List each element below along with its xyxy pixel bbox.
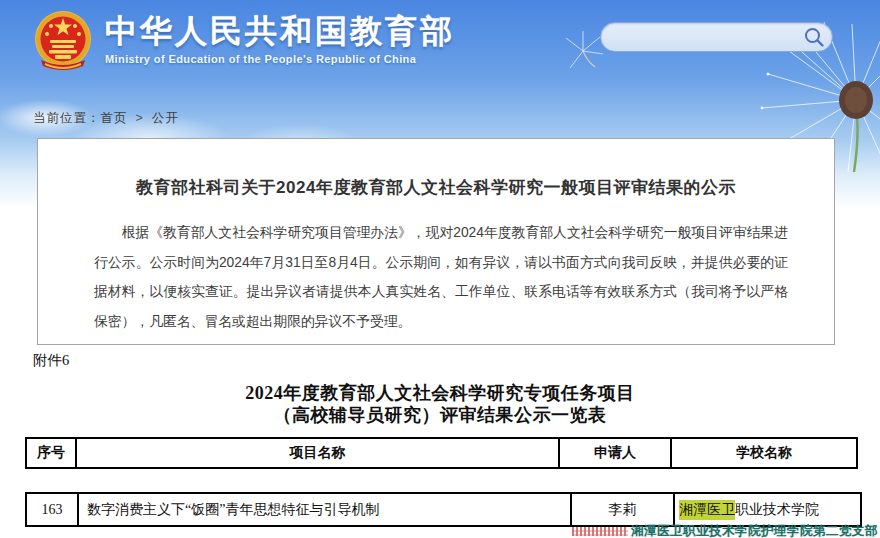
breadcrumb: 当前位置：首页>公开	[33, 110, 179, 127]
watermark-text: 湘潭医卫职业技术学院护理学院第二党支部	[631, 523, 878, 538]
row-school: 湘潭医卫职业技术学院	[673, 494, 860, 525]
row-project: 数字消费主义下“饭圈”青年思想特征与引导机制	[77, 494, 570, 525]
page: 中华人民共和国教育部 Ministry of Education of the …	[0, 0, 880, 538]
attachment-label: 附件6	[33, 351, 69, 370]
search-box[interactable]	[600, 22, 833, 52]
notice-body: 根据《教育部人文社会科学研究项目管理办法》，现对2024年度教育部人文社会科学研…	[94, 218, 788, 336]
site-titles: 中华人民共和国教育部 Ministry of Education of the …	[105, 8, 455, 65]
breadcrumb-label: 当前位置：	[33, 111, 101, 125]
national-emblem-icon	[33, 8, 93, 76]
notice-panel: 教育部社科司关于2024年度教育部人文社会科学研究一般项目评审结果的公示 根据《…	[37, 138, 835, 345]
attachment-title-line2: （高校辅导员研究）评审结果公示一览表	[0, 404, 880, 426]
site-subtitle: Ministry of Education of the People's Re…	[105, 53, 455, 65]
notice-title: 教育部社科司关于2024年度教育部人文社会科学研究一般项目评审结果的公示	[38, 176, 834, 199]
attachment-title: 2024年度教育部人文社会科学研究专项任务项目 （高校辅导员研究）评审结果公示一…	[0, 382, 880, 426]
breadcrumb-home[interactable]: 首页	[101, 111, 128, 125]
breadcrumb-separator: >	[136, 111, 144, 125]
col-header-applicant: 申请人	[558, 439, 670, 467]
search-icon[interactable]	[803, 26, 825, 48]
row-school-rest: 职业技术学院	[735, 501, 819, 519]
col-header-school: 学校名称	[670, 439, 856, 467]
search-input[interactable]	[601, 23, 803, 51]
col-header-no: 序号	[27, 439, 75, 467]
site-title: 中华人民共和国教育部	[105, 12, 455, 50]
col-header-project: 项目名称	[75, 439, 558, 467]
attachment-title-line1: 2024年度教育部人文社会科学研究专项任务项目	[0, 382, 880, 404]
row-school-highlighted: 湘潭医卫	[679, 500, 735, 520]
breadcrumb-gongkai[interactable]: 公开	[152, 111, 179, 125]
row-applicant: 李莉	[570, 494, 673, 525]
row-no: 163	[27, 494, 77, 525]
result-table-header: 序号 项目名称 申请人 学校名称	[25, 437, 858, 469]
watermark: 湘潭医卫职业技术学院护理学院第二党支部	[572, 524, 878, 538]
site-brand: 中华人民共和国教育部 Ministry of Education of the …	[33, 8, 455, 76]
red-seal-watermark	[572, 527, 628, 536]
